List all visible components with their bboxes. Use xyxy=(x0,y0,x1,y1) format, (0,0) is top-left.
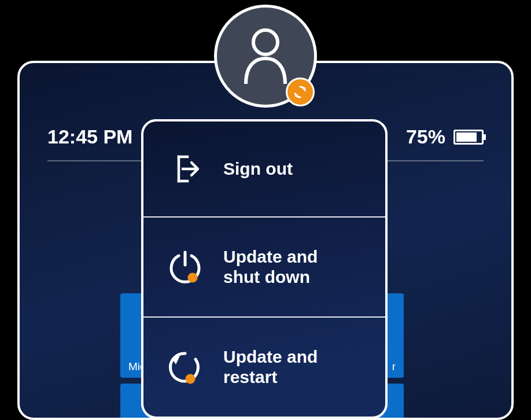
user-avatar[interactable] xyxy=(214,5,317,108)
sync-badge xyxy=(286,78,315,106)
restart-update-icon xyxy=(167,348,204,385)
battery-status: 75% xyxy=(406,126,484,148)
svg-point-4 xyxy=(188,273,198,283)
person-icon xyxy=(239,27,292,85)
menu-label: Update and shut down xyxy=(223,246,356,288)
menu-item-update-restart[interactable]: Update and restart xyxy=(143,316,385,417)
menu-label: Sign out xyxy=(223,159,293,179)
power-menu: Sign out Update and shut down Update and… xyxy=(141,119,388,419)
power-update-icon xyxy=(167,248,204,285)
svg-point-0 xyxy=(253,30,278,54)
battery-percent: 75% xyxy=(406,126,445,148)
app-tile-label: r xyxy=(392,360,396,373)
sync-icon xyxy=(292,84,308,100)
menu-label: Update and restart xyxy=(223,347,356,388)
svg-point-6 xyxy=(186,374,196,384)
menu-item-sign-out[interactable]: Sign out xyxy=(143,121,385,216)
clock-time: 12:45 PM xyxy=(47,126,132,148)
sign-out-icon xyxy=(167,150,204,187)
battery-fill xyxy=(456,132,477,142)
battery-icon xyxy=(453,130,484,145)
menu-item-update-shutdown[interactable]: Update and shut down xyxy=(143,216,385,316)
